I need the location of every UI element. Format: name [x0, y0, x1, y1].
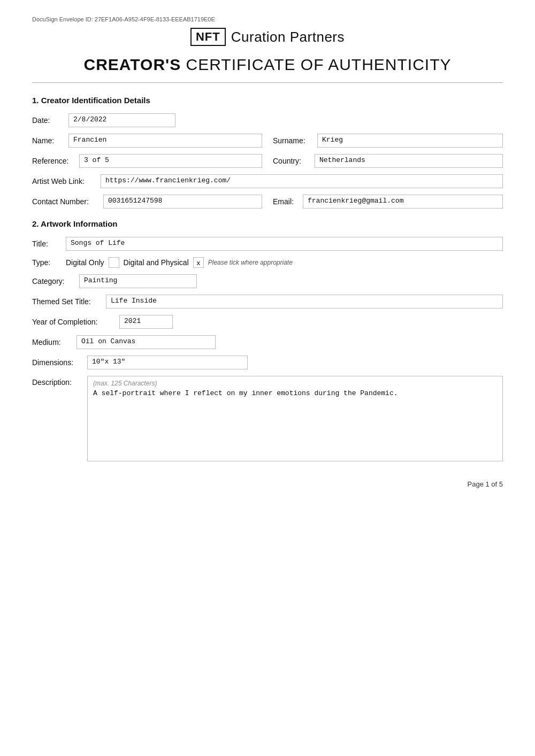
- logo-area: NFT Curation Partners: [32, 28, 503, 46]
- reference-row: Reference: 3 of 5 Country: Netherlands: [32, 154, 503, 168]
- artwork-title-label: Title:: [32, 240, 62, 248]
- name-label: Name:: [32, 136, 64, 145]
- reference-half: Reference: 3 of 5: [32, 154, 262, 168]
- section1-title: 1. Creator Identification Details: [32, 96, 503, 105]
- digital-only-checkbox[interactable]: [109, 257, 119, 268]
- main-title: CREATOR'S CERTIFICATE OF AUTHENTICITY: [32, 56, 503, 74]
- contact-half: Contact Number: 0031651247598: [32, 195, 262, 209]
- themed-set-row: Themed Set Title: Life Inside: [32, 295, 503, 308]
- name-field[interactable]: Francien: [68, 134, 262, 148]
- description-field[interactable]: (max. 125 Characters) A self-portrait wh…: [87, 376, 503, 461]
- category-label: Category:: [32, 277, 75, 286]
- dimensions-label: Dimensions:: [32, 358, 83, 367]
- name-split: Name: Francien Surname: Krieg: [32, 134, 503, 148]
- email-field[interactable]: francienkrieg@gmail.com: [303, 195, 503, 209]
- surname-half: Surname: Krieg: [273, 134, 503, 148]
- date-label: Date:: [32, 116, 64, 125]
- brand-name: Curation Partners: [231, 29, 345, 45]
- contact-label: Contact Number:: [32, 197, 99, 206]
- weblink-label: Artist Web Link:: [32, 177, 96, 186]
- section2-title: 2. Artwork Information: [32, 219, 503, 228]
- category-field[interactable]: Painting: [79, 274, 197, 288]
- artwork-title-row: Title: Songs of Life: [32, 237, 503, 251]
- surname-field[interactable]: Krieg: [317, 134, 503, 148]
- date-row: Date: 2/8/2022: [32, 113, 503, 127]
- country-label: Country:: [273, 157, 310, 165]
- medium-field[interactable]: Oil on Canvas: [77, 335, 216, 349]
- section1: 1. Creator Identification Details Date: …: [32, 96, 503, 209]
- reference-field[interactable]: 3 of 5: [79, 154, 262, 168]
- year-field[interactable]: 2021: [119, 315, 173, 329]
- email-label: Email:: [273, 197, 299, 206]
- page-footer: Page 1 of 5: [468, 480, 503, 488]
- year-row: Year of Completion: 2021: [32, 315, 503, 329]
- type-options: Digital Only Digital and Physical x Plea…: [66, 257, 293, 268]
- main-title-bold: CREATOR'S: [84, 56, 181, 73]
- description-text: A self-portrait where I reflect on my in…: [93, 389, 497, 397]
- page-number: Page 1 of 5: [468, 480, 503, 488]
- medium-label: Medium:: [32, 338, 72, 346]
- logo-box: NFT Curation Partners: [190, 28, 345, 46]
- digital-physical-checkbox[interactable]: x: [193, 257, 204, 268]
- contact-row: Contact Number: 0031651247598 Email: fra…: [32, 195, 503, 209]
- themed-set-field[interactable]: Life Inside: [106, 295, 503, 308]
- email-half: Email: francienkrieg@gmail.com: [273, 195, 503, 209]
- weblink-row: Artist Web Link: https://www.francienkri…: [32, 174, 503, 188]
- name-row: Name: Francien Surname: Krieg: [32, 134, 503, 148]
- description-label: Description:: [32, 378, 83, 387]
- country-field[interactable]: Netherlands: [315, 154, 503, 168]
- ref-split: Reference: 3 of 5 Country: Netherlands: [32, 154, 503, 168]
- medium-row: Medium: Oil on Canvas: [32, 335, 503, 349]
- digital-physical-text: Digital and Physical: [124, 258, 189, 267]
- section2: 2. Artwork Information Title: Songs of L…: [32, 219, 503, 461]
- tick-hint: Please tick where appropriate: [208, 259, 293, 266]
- dimensions-row: Dimensions: 10″x 13″: [32, 356, 503, 369]
- year-label: Year of Completion:: [32, 318, 115, 326]
- docusign-header: DocuSign Envelope ID: 27EF1A06-A952-4F9E…: [32, 16, 503, 22]
- contact-field[interactable]: 0031651247598: [103, 195, 262, 209]
- name-half: Name: Francien: [32, 134, 262, 148]
- themed-set-label: Themed Set Title:: [32, 297, 102, 306]
- type-row: Type: Digital Only Digital and Physical …: [32, 257, 503, 268]
- surname-label: Surname:: [273, 136, 313, 145]
- weblink-field[interactable]: https://www.francienkrieg.com/: [101, 174, 503, 188]
- page-container: DocuSign Envelope ID: 27EF1A06-A952-4F9E…: [0, 0, 535, 504]
- category-row: Category: Painting: [32, 274, 503, 288]
- envelope-id: DocuSign Envelope ID: 27EF1A06-A952-4F9E…: [32, 16, 215, 22]
- nft-badge: NFT: [190, 28, 226, 46]
- date-field[interactable]: 2/8/2022: [68, 113, 175, 127]
- contact-split: Contact Number: 0031651247598 Email: fra…: [32, 195, 503, 209]
- digital-only-text: Digital Only: [66, 258, 104, 267]
- type-label: Type:: [32, 258, 62, 267]
- description-row: Description: (max. 125 Characters) A sel…: [32, 376, 503, 461]
- country-half: Country: Netherlands: [273, 154, 503, 168]
- main-title-rest: CERTIFICATE OF AUTHENTICITY: [181, 56, 451, 73]
- artwork-title-field[interactable]: Songs of Life: [66, 237, 503, 251]
- title-divider: [32, 82, 503, 83]
- reference-label: Reference:: [32, 157, 75, 165]
- dimensions-field[interactable]: 10″x 13″: [87, 356, 248, 369]
- description-hint: (max. 125 Characters): [93, 380, 497, 387]
